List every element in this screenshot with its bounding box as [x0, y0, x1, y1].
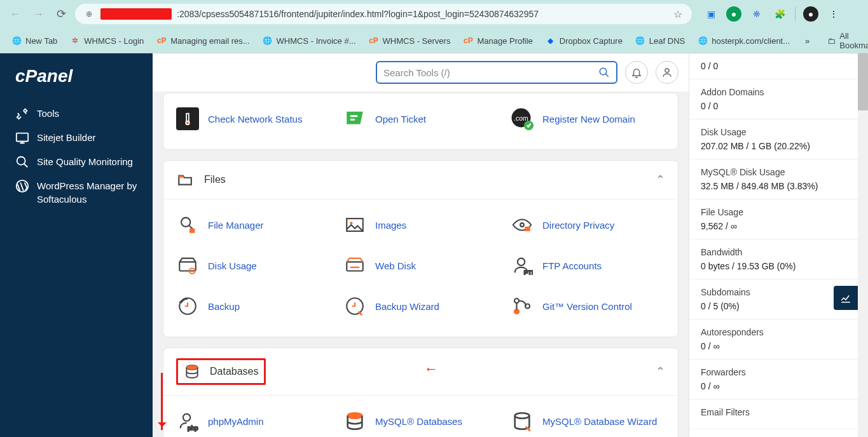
address-row: ← → ⟳ ⊕ :2083/cpsess5054871516/frontend/… [0, 0, 868, 28]
site-info-icon[interactable]: ⊕ [83, 8, 95, 20]
profile-avatar[interactable]: ● [803, 6, 818, 22]
analytics-tab[interactable] [834, 286, 858, 310]
tool-network-status[interactable]: Check Network Status [176, 101, 331, 137]
search-icon[interactable] [598, 67, 610, 78]
annotation-arrow-icon [161, 373, 163, 430]
tool-phpmyadmin[interactable]: phpphpMyAdmin [176, 403, 331, 437]
tool-register-domain[interactable]: .com Register New Domain [511, 101, 665, 137]
tool-mysql-wizard[interactable]: MySQL® Database Wizard [511, 403, 665, 437]
cpanel-app: cPanel Tools Sitejet Builder Site Qualit… [0, 53, 868, 437]
globe-icon: 🌐 [635, 36, 645, 46]
svg-rect-16 [179, 262, 196, 271]
reload-button[interactable]: ⟳ [52, 5, 70, 23]
bookmark-item[interactable]: cPManaging email res... [151, 33, 254, 48]
bookmark-item[interactable]: 🌐Leaf DNS [630, 33, 690, 48]
bookmark-item[interactable]: cPManage Profile [458, 33, 537, 48]
extensions-icon[interactable]: 🧩 [772, 6, 787, 22]
monitor-icon [15, 131, 29, 145]
bookmark-item[interactable]: 🌐New Tab [6, 33, 62, 48]
tool-ftp[interactable]: FTPFTP Accounts [511, 248, 665, 283]
ext-icon-2[interactable]: ● [726, 6, 741, 22]
extension-icons: ▣ ● ❋ 🧩 ● ⋮ [703, 6, 841, 22]
svg-text:php: php [188, 424, 198, 431]
database-icon [183, 363, 201, 380]
svg-point-14 [520, 223, 524, 227]
forward-button[interactable]: → [29, 5, 47, 23]
bookmark-overflow[interactable]: » [800, 34, 815, 48]
bookmark-item[interactable]: 🌐WHMCS - Invoice #... [258, 33, 361, 48]
main-area: Check Network Status Open Ticket .com Re… [153, 53, 868, 437]
redacted-host [100, 8, 172, 20]
notifications-button[interactable] [625, 61, 648, 84]
tool-git[interactable]: Git™ Version Control [511, 288, 665, 324]
globe-icon: 🌐 [698, 36, 708, 46]
ticket-icon [343, 107, 366, 130]
domain-icon: .com [511, 107, 534, 130]
svg-point-19 [518, 259, 525, 266]
svg-text:FTP: FTP [524, 269, 533, 276]
stat-mysql-disk: MySQL® Disk Usage32.5 MB / 849.48 MB (3.… [689, 159, 858, 199]
tool-disk-usage[interactable]: Disk Usage [176, 248, 331, 283]
svg-rect-15 [525, 227, 530, 231]
bookmark-item[interactable]: cPWHMCS - Servers [364, 33, 456, 48]
browser-chrome: ← → ⟳ ⊕ :2083/cpsess5054871516/frontend/… [0, 0, 868, 53]
search-box[interactable] [376, 61, 617, 84]
svg-point-28 [183, 414, 190, 421]
sidebar-item-sitejet[interactable]: Sitejet Builder [0, 126, 153, 150]
panel-head-files[interactable]: Files ⌃ [163, 161, 678, 199]
svg-rect-5 [186, 114, 189, 122]
chevron-up-icon[interactable]: ⌃ [656, 173, 665, 187]
tool-open-ticket[interactable]: Open Ticket [343, 101, 498, 137]
sidebar-item-tools[interactable]: Tools [0, 102, 153, 126]
tool-web-disk[interactable]: Web Disk [343, 248, 498, 283]
ext-icon-1[interactable]: ▣ [703, 6, 719, 22]
svg-text:.com: .com [514, 114, 528, 122]
folder-icon: 🗀 [827, 36, 836, 46]
ext-icon-3[interactable]: ❋ [749, 6, 764, 22]
bookmark-item[interactable]: ◆Dropbox Capture [541, 33, 628, 48]
scrollbar[interactable] [858, 53, 868, 437]
git-icon [511, 295, 534, 318]
tool-backup-wizard[interactable]: Backup Wizard [343, 288, 498, 324]
panel-head-databases[interactable]: Databases ← ⌃ [163, 348, 678, 396]
ftp-icon: FTP [511, 254, 534, 277]
tool-backup[interactable]: Backup [176, 288, 331, 324]
search-input[interactable] [383, 67, 598, 78]
account-button[interactable] [656, 61, 679, 84]
folder-icon [176, 171, 194, 189]
stat-forwarders: Forwarders0 / ∞ [689, 360, 858, 400]
globe-icon: 🌐 [263, 36, 273, 46]
back-button[interactable]: ← [6, 5, 24, 23]
cpanel-icon: cP [463, 36, 473, 46]
sidebar-item-wordpress[interactable]: WordPress Manager by Softaculous [0, 174, 153, 211]
backup-wizard-icon [343, 295, 366, 318]
stat-item: 0 / 0 [689, 53, 858, 79]
web-disk-icon [343, 254, 366, 277]
stat-addon-domains: Addon Domains0 / 0 [689, 79, 858, 119]
panel-databases: Databases ← ⌃ phpphpMyAdmin MySQL® Datab… [163, 347, 679, 437]
tool-file-manager[interactable]: File Manager [176, 207, 331, 243]
tool-images[interactable]: Images [343, 207, 498, 243]
stat-disk-usage: Disk Usage207.02 MB / 1 GB (20.22%) [689, 119, 858, 159]
star-icon[interactable]: ☆ [672, 8, 684, 20]
tool-mysql-db[interactable]: MySQL® Databases [343, 403, 498, 437]
chevron-up-icon[interactable]: ⌃ [656, 365, 665, 379]
stat-bandwidth: Bandwidth0 bytes / 19.53 GB (0%) [689, 239, 858, 279]
browser-menu-icon[interactable]: ⋮ [826, 6, 841, 22]
all-bookmarks-button[interactable]: 🗀All Bookmarks [827, 31, 868, 50]
dropbox-icon: ◆ [546, 36, 556, 46]
svg-point-1 [17, 157, 25, 165]
tool-directory-privacy[interactable]: Directory Privacy [511, 207, 665, 243]
stat-file-usage: File Usage9,562 / ∞ [689, 199, 858, 239]
scroll-thumb[interactable] [858, 53, 868, 111]
sidebar-item-quality[interactable]: Site Quality Monitoring [0, 150, 153, 174]
bookmark-item[interactable]: 🌐hosterpk.com/client... [692, 33, 795, 48]
stat-autoresponders: Autoresponders0 / ∞ [689, 319, 858, 360]
address-bar[interactable]: ⊕ :2083/cpsess5054871516/frontend/jupite… [75, 4, 692, 24]
bookmark-item[interactable]: ✲WHMCS - Login [65, 33, 149, 48]
cpanel-logo[interactable]: cPanel [0, 66, 153, 102]
svg-point-24 [514, 309, 519, 314]
mysql-icon [343, 410, 366, 433]
cpanel-icon: cP [156, 36, 167, 46]
svg-rect-0 [17, 133, 28, 142]
